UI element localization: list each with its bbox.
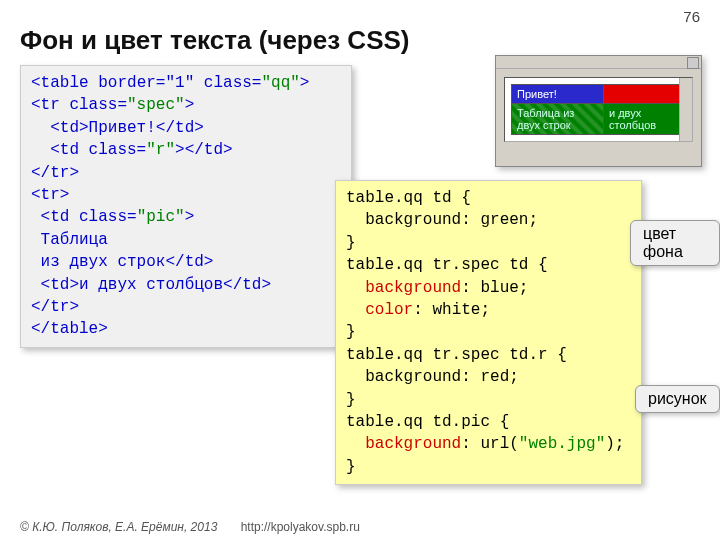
code: color — [365, 301, 413, 319]
demo-cell-green: и двух столбцов — [604, 104, 681, 135]
code: <tr class= — [31, 96, 127, 114]
code: : white; — [413, 301, 490, 319]
code: > — [300, 74, 310, 92]
table-row: Привет! — [512, 85, 681, 104]
code: table.qq td.pic { — [346, 413, 509, 431]
browser-titlebar — [496, 56, 701, 69]
code: <td class= — [31, 141, 146, 159]
code — [346, 279, 365, 297]
scrollbar — [679, 78, 692, 141]
code: </tr> — [31, 164, 79, 182]
table-row: Таблица из двух строк и двух столбцов — [512, 104, 681, 135]
code: background — [365, 435, 461, 453]
code: "pic" — [137, 208, 185, 226]
code: ); — [605, 435, 624, 453]
footer-url: http://kpolyakov.spb.ru — [241, 520, 360, 534]
code: "qq" — [261, 74, 299, 92]
callout-bg-color: цвет фона — [630, 220, 720, 266]
demo-table: Привет! Таблица из двух строк и двух сто… — [511, 84, 681, 135]
code: <table — [31, 74, 98, 92]
code: border="1" — [98, 74, 194, 92]
code — [346, 435, 365, 453]
footer: © К.Ю. Поляков, Е.А. Ерёмин, 2013 http:/… — [20, 520, 360, 534]
code: } — [346, 323, 356, 341]
code: Таблица — [31, 231, 108, 249]
code: "r" — [146, 141, 175, 159]
code: из двух строк</td> — [31, 253, 213, 271]
html-code-box: <table border="1" class="qq"> <tr class=… — [20, 65, 352, 348]
css-code-box: table.qq td { background: green; } table… — [335, 180, 642, 485]
close-icon — [687, 57, 699, 69]
code: "spec" — [127, 96, 185, 114]
code: background — [365, 279, 461, 297]
code: > — [185, 96, 195, 114]
code: class= — [194, 74, 261, 92]
code: </tr> — [31, 298, 79, 316]
code: background: green; — [346, 211, 538, 229]
code: } — [346, 391, 356, 409]
code: table.qq tr.spec td { — [346, 256, 548, 274]
code: } — [346, 234, 356, 252]
code: <td class= — [31, 208, 137, 226]
demo-cell-pic: Таблица из двух строк — [512, 104, 604, 135]
browser-body: Привет! Таблица из двух строк и двух сто… — [504, 77, 693, 142]
code: <td>Привет!</td> — [31, 119, 204, 137]
code: </table> — [31, 320, 108, 338]
code: <tr> — [31, 186, 69, 204]
code: table.qq tr.spec td.r { — [346, 346, 567, 364]
code: <td>и двух столбцов</td> — [31, 276, 271, 294]
callout-picture: рисунок — [635, 385, 720, 413]
code: background: red; — [346, 368, 519, 386]
demo-cell-hello: Привет! — [512, 85, 604, 104]
code: ></td> — [175, 141, 233, 159]
page-number: 76 — [683, 8, 700, 25]
code: > — [185, 208, 195, 226]
code — [346, 301, 365, 319]
demo-cell-red — [604, 85, 681, 104]
slide-title: Фон и цвет текста (через CSS) — [20, 25, 409, 56]
browser-preview: Привет! Таблица из двух строк и двух сто… — [495, 55, 702, 167]
code: : url( — [461, 435, 519, 453]
code: table.qq td { — [346, 189, 471, 207]
code: "web.jpg" — [519, 435, 605, 453]
code: } — [346, 458, 356, 476]
footer-authors: © К.Ю. Поляков, Е.А. Ерёмин, 2013 — [20, 520, 217, 534]
code: : blue; — [461, 279, 528, 297]
